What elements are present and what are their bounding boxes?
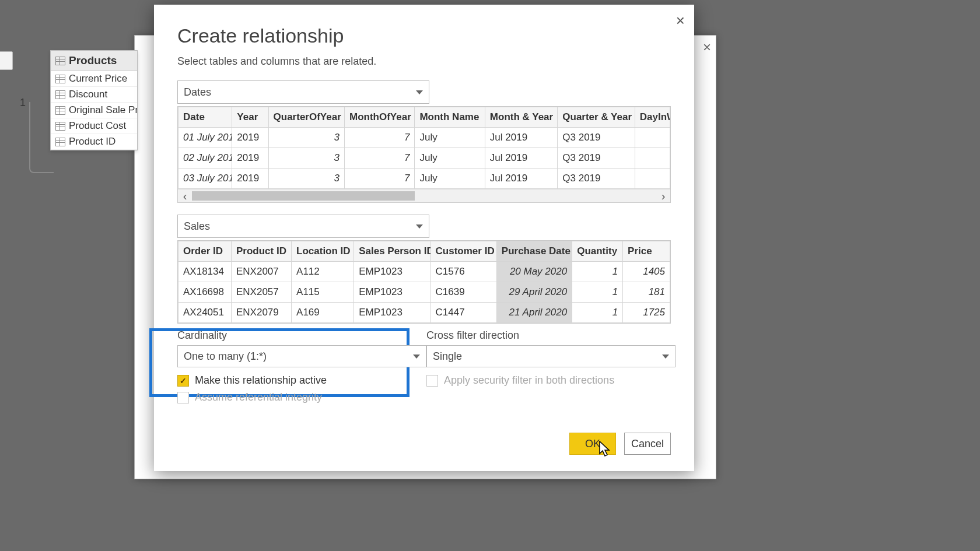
products-field-panel[interactable]: Products Current Price Discount Original…	[50, 50, 138, 150]
table2-select[interactable]: Sales	[177, 215, 429, 238]
products-title: Products	[69, 54, 117, 67]
horizontal-scrollbar[interactable]: ‹ ›	[178, 189, 670, 202]
scroll-thumb[interactable]	[192, 191, 415, 201]
crossfilter-select[interactable]: Single	[426, 345, 676, 367]
chevron-down-icon	[416, 90, 423, 94]
referential-label: Assume referential integrity	[195, 391, 322, 403]
active-checkbox-row[interactable]: Make this relationship active	[177, 374, 426, 387]
crossfilter-label: Cross filter direction	[426, 329, 676, 342]
table-header: Order IDProduct ID Location IDSales Pers…	[178, 241, 670, 262]
security-checkbox-row: Apply security filter in both directions	[426, 374, 676, 387]
checkbox-checked-icon[interactable]	[177, 375, 189, 387]
list-item[interactable]: Product ID	[51, 134, 137, 150]
chevron-down-icon	[413, 355, 420, 359]
cancel-button[interactable]: Cancel	[624, 433, 671, 455]
scroll-right-icon[interactable]: ›	[656, 189, 670, 203]
security-label: Apply security filter in both directions	[444, 374, 614, 387]
cardinality-select[interactable]: One to many (1:*)	[177, 345, 426, 367]
table-header: DateYear QuarterOfYearMonthOfYear Month …	[178, 107, 670, 128]
referential-checkbox-row: Assume referential integrity	[177, 391, 426, 403]
checkbox-icon	[426, 375, 438, 387]
table1-name: Dates	[184, 86, 211, 99]
scroll-left-icon[interactable]: ‹	[178, 189, 192, 203]
column-icon	[55, 90, 65, 99]
table-row[interactable]: AX24051ENX2079 A169EMP1023 C144721 April…	[178, 303, 670, 323]
table2-name: Sales	[184, 220, 210, 233]
table-row[interactable]: 03 July 20192019 37 JulyJul 2019 Q3 2019	[178, 169, 670, 189]
create-relationship-dialog: × Create relationship Select tables and …	[154, 5, 694, 471]
table2-preview[interactable]: Order IDProduct ID Location IDSales Pers…	[177, 240, 671, 324]
column-icon	[55, 106, 65, 115]
ribbon-collapsed-icon[interactable]	[0, 51, 13, 70]
list-item[interactable]: Current Price	[51, 71, 137, 87]
checkbox-icon	[177, 392, 189, 403]
relationship-one-label: 1	[20, 97, 26, 109]
table-row[interactable]: AX16698ENX2057 A115EMP1023 C163929 April…	[178, 282, 670, 303]
table1-preview[interactable]: DateYear QuarterOfYearMonthOfYear Month …	[177, 106, 671, 203]
list-item[interactable]: Product Cost	[51, 118, 137, 134]
column-icon	[55, 138, 65, 146]
table-row[interactable]: 02 July 20192019 37 JulyJul 2019 Q3 2019	[178, 148, 670, 169]
list-item[interactable]: Discount	[51, 87, 137, 103]
products-table-header[interactable]: Products	[51, 51, 137, 71]
table-icon	[55, 57, 65, 65]
chevron-down-icon	[416, 224, 423, 229]
cardinality-label: Cardinality	[177, 329, 426, 342]
dialog-title: Create relationship	[177, 24, 671, 47]
ok-button[interactable]: OK	[569, 433, 616, 455]
dialog-subtitle: Select tables and columns that are relat…	[177, 55, 671, 68]
close-icon[interactable]: ×	[703, 39, 711, 55]
active-label: Make this relationship active	[195, 374, 327, 387]
column-icon	[55, 75, 65, 83]
column-icon	[55, 122, 65, 131]
chevron-down-icon	[662, 355, 669, 359]
table-row[interactable]: 01 July 20192019 37 JulyJul 2019 Q3 2019	[178, 128, 670, 148]
close-icon[interactable]: ×	[676, 13, 685, 28]
list-item[interactable]: Original Sale Pri	[51, 103, 137, 118]
table-row[interactable]: AX18134ENX2007 A112EMP1023 C157620 May 2…	[178, 262, 670, 282]
table1-select[interactable]: Dates	[177, 80, 429, 104]
